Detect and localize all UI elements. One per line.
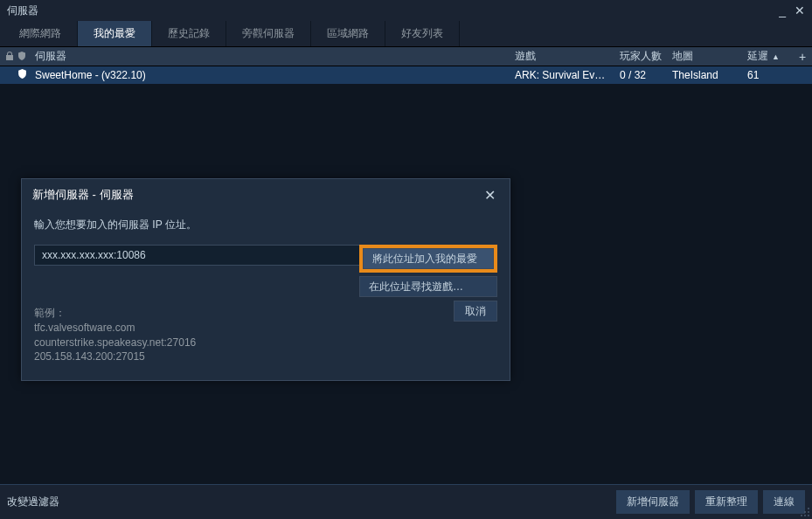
shield-icon[interactable] bbox=[17, 51, 26, 63]
lock-icon[interactable] bbox=[5, 51, 14, 63]
window-title: 伺服器 bbox=[7, 3, 779, 18]
dialog-title: 新增伺服器 - 伺服器 bbox=[32, 187, 481, 203]
server-row[interactable]: SweetHome - (v322.10) ARK: Survival Evol… bbox=[0, 66, 812, 84]
server-list[interactable]: SweetHome - (v322.10) ARK: Survival Evol… bbox=[0, 66, 812, 484]
col-header-server[interactable]: 伺服器 bbox=[30, 49, 510, 64]
dialog-titlebar[interactable]: 新增伺服器 - 伺服器 ✕ bbox=[22, 179, 510, 211]
column-header-row: 伺服器 遊戲 玩家人數 地圖 延遲 ▲ + bbox=[0, 47, 812, 66]
tab-favorites[interactable]: 我的最愛 bbox=[78, 21, 152, 46]
change-filters-link[interactable]: 改變過濾器 bbox=[7, 495, 59, 508]
cell-game: ARK: Survival Evolv... bbox=[510, 69, 614, 81]
sort-asc-icon: ▲ bbox=[772, 52, 780, 61]
dialog-close-button[interactable]: ✕ bbox=[481, 183, 499, 207]
col-header-game[interactable]: 遊戲 bbox=[510, 49, 614, 64]
col-header-map[interactable]: 地圖 bbox=[667, 49, 742, 64]
col-header-add: + bbox=[793, 50, 812, 64]
server-browser-window: 伺服器 _ ✕ 網際網路 我的最愛 歷史記錄 旁觀伺服器 區域網路 好友列表 伺… bbox=[0, 0, 812, 519]
close-button[interactable]: ✕ bbox=[795, 3, 805, 17]
example-label: 範例： bbox=[34, 306, 454, 321]
highlight-box: 將此位址加入我的最愛 bbox=[359, 245, 497, 273]
cell-map: TheIsland bbox=[667, 69, 742, 81]
dialog-prompt: 輸入您想要加入的伺服器 IP 位址。 bbox=[34, 218, 497, 232]
dialog-body: 輸入您想要加入的伺服器 IP 位址。 將此位址加入我的最愛 在此位址尋找遊戲… … bbox=[22, 211, 510, 380]
svg-point-0 bbox=[808, 508, 809, 509]
col-header-players[interactable]: 玩家人數 bbox=[614, 49, 667, 64]
svg-point-1 bbox=[808, 511, 809, 513]
svg-point-2 bbox=[804, 511, 806, 513]
connect-button[interactable]: 連線 bbox=[763, 490, 805, 514]
add-server-plus-icon[interactable]: + bbox=[799, 50, 806, 64]
svg-point-3 bbox=[808, 515, 809, 516]
tab-friends[interactable]: 好友列表 bbox=[385, 21, 460, 46]
cancel-button[interactable]: 取消 bbox=[454, 301, 497, 322]
tab-history[interactable]: 歷史記錄 bbox=[152, 21, 226, 46]
tab-bar: 網際網路 我的最愛 歷史記錄 旁觀伺服器 區域網路 好友列表 bbox=[0, 21, 812, 47]
col-header-ping[interactable]: 延遲 ▲ bbox=[742, 49, 793, 64]
tab-spectate[interactable]: 旁觀伺服器 bbox=[226, 21, 311, 46]
example-2: counterstrike.speakeasy.net:27016 bbox=[34, 336, 454, 350]
footer: 改變過濾器 新增伺服器 重新整理 連線 bbox=[0, 484, 812, 519]
titlebar-controls: _ ✕ bbox=[779, 3, 805, 17]
tab-internet[interactable]: 網際網路 bbox=[3, 21, 78, 46]
example-1: tfc.valvesoftware.com bbox=[34, 321, 454, 336]
svg-point-5 bbox=[801, 515, 802, 516]
titlebar[interactable]: 伺服器 _ ✕ bbox=[0, 0, 812, 21]
add-server-dialog: 新增伺服器 - 伺服器 ✕ 輸入您想要加入的伺服器 IP 位址。 將此位址加入我… bbox=[21, 178, 510, 381]
example-block: 範例： tfc.valvesoftware.com counterstrike.… bbox=[34, 306, 454, 364]
refresh-button[interactable]: 重新整理 bbox=[695, 490, 758, 514]
cell-players: 0 / 32 bbox=[614, 69, 667, 81]
add-to-favorites-button[interactable]: 將此位址加入我的最愛 bbox=[363, 248, 494, 269]
minimize-button[interactable]: _ bbox=[779, 3, 786, 17]
shield-icon bbox=[17, 69, 27, 81]
example-3: 205.158.143.200:27015 bbox=[34, 349, 454, 364]
svg-point-4 bbox=[804, 515, 806, 516]
ping-label: 延遲 bbox=[747, 49, 768, 64]
tab-lan[interactable]: 區域網路 bbox=[311, 21, 385, 46]
cell-ping: 61 bbox=[742, 69, 793, 81]
cell-server-name: SweetHome - (v322.10) bbox=[30, 69, 510, 81]
resize-grip-icon[interactable] bbox=[800, 507, 810, 517]
add-server-button[interactable]: 新增伺服器 bbox=[616, 490, 690, 514]
ip-address-input[interactable] bbox=[34, 245, 360, 266]
find-games-button[interactable]: 在此位址尋找遊戲… bbox=[359, 276, 497, 297]
